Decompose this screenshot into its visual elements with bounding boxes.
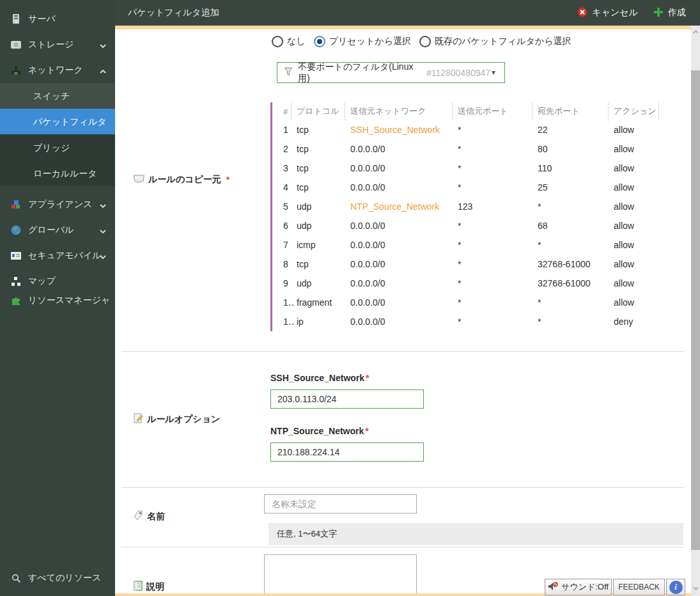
ssh-source-network-field: SSH_Source_Network* (270, 373, 424, 409)
copy-source-field-label: ルールのコピー元 * (134, 174, 229, 185)
feedback-label: FEEDBACK (618, 583, 660, 592)
action-cell: allow (609, 120, 659, 139)
form-content: なし プリセットから選択 既存のパケットフィルタから選択 不要ポートのフィルタ(… (115, 26, 691, 596)
protocol-cell: tcp (292, 120, 345, 139)
header-actions: キャンセル 作成 (577, 7, 686, 19)
table-row: 2 tcp 0.0.0.0/0 * 80 allow (278, 139, 662, 159)
sidebar-item-server[interactable]: サーバ (0, 6, 115, 32)
source-port-cell: * (453, 293, 533, 312)
sidebar-item-switch[interactable]: スイッチ (0, 83, 115, 109)
radio-label: 既存のパケットフィルタから選択 (435, 36, 572, 47)
scroll-up-arrow[interactable] (691, 27, 700, 37)
sidebar-item-appliance[interactable]: アプライアンス (0, 192, 115, 217)
sidebar-item-label: リソースマネージャ (28, 295, 110, 306)
sidebar-item-packet-filter[interactable]: パケットフィルタ (0, 109, 115, 134)
preset-rules-table: # プロトコル 送信元ネットワーク 送信元ポート 宛先ポート アクション 1 t… (270, 102, 662, 331)
required-asterisk: * (366, 373, 369, 383)
chevron-up-icon (100, 65, 106, 75)
server-icon (10, 13, 22, 25)
source-network-cell: SSH_Source_Network (345, 120, 453, 139)
source-port-cell: * (453, 312, 533, 331)
table-row: 1 tcp SSH_Source_Network * 22 allow (278, 120, 662, 139)
source-network-cell: 0.0.0.0/0 (345, 255, 453, 274)
radio-none[interactable]: なし (272, 36, 306, 47)
sound-toggle-button[interactable]: サウンド:Off (545, 579, 612, 595)
dest-port-cell: 68 (533, 216, 609, 235)
info-icon: i (669, 581, 683, 594)
source-port-cell: * (453, 216, 533, 235)
source-port-cell: * (453, 120, 533, 139)
required-asterisk: * (365, 426, 368, 436)
storage-icon (10, 39, 22, 51)
rules-table-body: 1 tcp SSH_Source_Network * 22 allow 2 tc… (278, 120, 662, 331)
sidebar-item-label: グローバル (28, 224, 74, 236)
protocol-cell: icmp (292, 235, 345, 255)
name-hint: 任意, 1〜64文字 (268, 523, 683, 545)
radio-label: なし (287, 36, 306, 47)
table-row: 6 udp 0.0.0.0/0 * 68 allow (278, 216, 662, 235)
name-field-label: 名前 (134, 510, 165, 522)
sidebar-item-label: ネットワーク (28, 65, 83, 76)
action-cell: allow (609, 235, 659, 255)
create-button[interactable]: 作成 (653, 7, 686, 19)
sidebar-item-resource-manager[interactable]: リソースマネージャ (0, 288, 115, 313)
protocol-cell: udp (292, 216, 345, 235)
dest-port-cell: 22 (533, 120, 609, 139)
section-divider (121, 547, 684, 547)
rule-number-cell: 3 (278, 159, 292, 178)
dest-port-cell: 32768-61000 (533, 274, 609, 293)
source-network-cell: NTP_Source_Network (345, 197, 453, 216)
table-row: 9 udp 0.0.0.0/0 * 32768-61000 allow (278, 274, 662, 293)
dest-port-cell: * (533, 235, 609, 255)
appliance-icon (10, 199, 22, 210)
source-port-cell: * (453, 255, 533, 274)
ntp-source-network-input[interactable] (270, 443, 424, 462)
sidebar-item-all-resources[interactable]: すべてのリソース (0, 565, 115, 591)
radio-preset[interactable]: プリセットから選択 (314, 36, 411, 47)
scroll-down-arrow[interactable] (691, 583, 700, 593)
protocol-cell: udp (292, 274, 345, 293)
radio-circle-icon (419, 36, 431, 47)
scrollbar-thumb[interactable] (691, 70, 700, 550)
field-label: SSH_Source_Network* (270, 373, 424, 383)
sidebar-item-secure-mobile[interactable]: セキュアモバイル (0, 243, 115, 269)
preset-filter-select[interactable]: 不要ポートのフィルタ(Linux用) #112800480947 ▼ (277, 62, 505, 83)
sidebar-item-storage[interactable]: ストレージ (0, 32, 115, 58)
source-port-cell: * (453, 235, 533, 255)
chevron-down-icon (100, 251, 106, 261)
name-input[interactable] (264, 494, 417, 514)
protocol-cell: fragment (292, 293, 345, 312)
globe-icon (10, 224, 22, 236)
section-divider (121, 351, 684, 352)
radio-existing[interactable]: 既存のパケットフィルタから選択 (419, 36, 572, 47)
cancel-button[interactable]: キャンセル (577, 7, 638, 19)
protocol-cell: tcp (292, 255, 345, 274)
sidebar-item-network[interactable]: ネットワーク (0, 58, 115, 83)
description-textarea[interactable] (264, 554, 417, 595)
source-network-cell: 0.0.0.0/0 (345, 293, 453, 312)
sidebar-item-global[interactable]: グローバル (0, 217, 115, 243)
feedback-button[interactable]: FEEDBACK (613, 579, 665, 595)
copy-source-icon (134, 175, 144, 185)
vertical-scrollbar (691, 26, 700, 596)
id-card-icon (10, 250, 22, 262)
source-port-cell: * (453, 178, 533, 197)
preset-select-value: 不要ポートのフィルタ(Linux用) (298, 61, 422, 84)
sidebar-item-bridge[interactable]: ブリッジ (0, 135, 115, 161)
ntp-source-network-field: NTP_Source_Network* (270, 426, 424, 462)
info-button[interactable]: i (666, 579, 685, 595)
action-cell: allow (609, 197, 659, 216)
ssh-source-network-input[interactable] (270, 389, 424, 409)
sidebar-item-label: マップ (28, 276, 56, 287)
dest-port-cell: 110 (533, 159, 609, 178)
rule-number-cell: 6 (278, 216, 292, 235)
puzzle-icon (10, 295, 22, 306)
sidebar-item-local-router[interactable]: ローカルルータ (0, 161, 115, 186)
sidebar-item-label: すべてのリソース (28, 572, 101, 584)
dest-port-cell: 25 (533, 178, 609, 197)
action-cell: deny (609, 312, 659, 331)
action-cell: allow (609, 216, 659, 235)
chevron-down-icon (100, 225, 106, 235)
radio-selected-icon (314, 36, 325, 47)
preset-select-id: #112800480947 (426, 68, 490, 78)
